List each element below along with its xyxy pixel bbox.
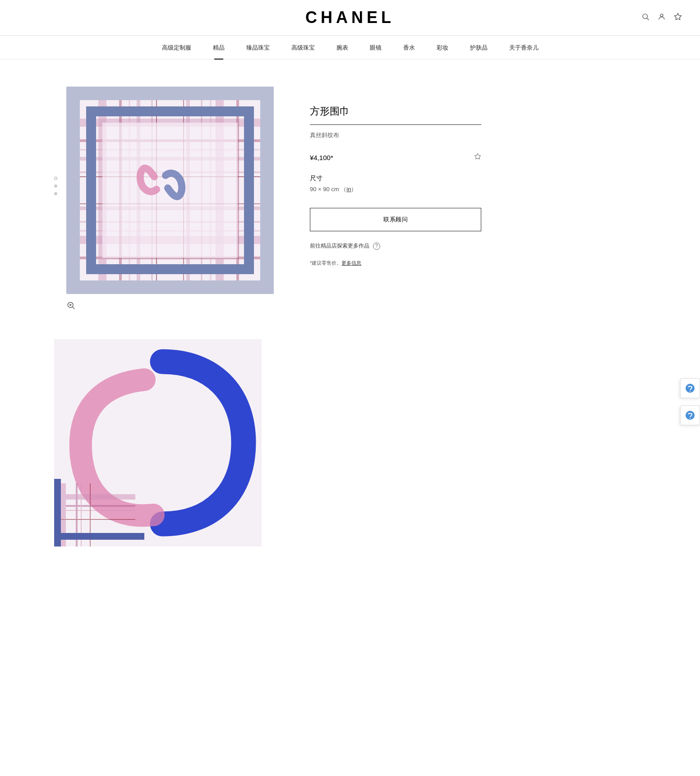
right-column: 方形围巾 真丝斜纹布 ¥4,100* 尺寸 90 × 90 cm （in） 联系… xyxy=(310,87,481,294)
size-value: 90 × 90 cm （in） xyxy=(310,185,481,193)
dot-2[interactable] xyxy=(54,184,57,188)
nav-item-fine-jewelry[interactable]: 臻品珠宝 xyxy=(246,44,270,59)
svg-line-35 xyxy=(73,307,75,309)
svg-rect-46 xyxy=(54,533,144,540)
boutique-row: 前往精品店探索更多作品 ? xyxy=(310,242,481,250)
disclaimer: *建议零售价。更多信息 xyxy=(310,260,481,266)
svg-point-49 xyxy=(690,391,691,392)
image-dot-nav xyxy=(54,177,57,195)
nav-item-watches[interactable]: 腕表 xyxy=(336,44,348,59)
header-icons xyxy=(641,13,682,23)
svg-point-2 xyxy=(660,14,663,17)
size-unit-link[interactable]: in xyxy=(346,186,351,193)
svg-point-0 xyxy=(643,14,648,19)
svg-rect-47 xyxy=(54,479,61,546)
nav-item-eyewear[interactable]: 眼镜 xyxy=(370,44,382,59)
account-icon[interactable] xyxy=(658,13,666,23)
product-image-area xyxy=(66,87,274,294)
size-label: 尺寸 xyxy=(310,174,481,183)
search-icon[interactable] xyxy=(641,13,649,23)
nav-item-makeup[interactable]: 彩妆 xyxy=(437,44,448,59)
second-product-image xyxy=(54,339,262,546)
product-price: ¥4,100* xyxy=(310,154,333,161)
brand-logo: CHANEL xyxy=(305,8,395,27)
dot-3[interactable] xyxy=(54,192,57,195)
help-icon[interactable]: ? xyxy=(373,243,380,250)
svg-marker-3 xyxy=(675,13,682,19)
nav-item-fragrance[interactable]: 香水 xyxy=(403,44,415,59)
zoom-icon[interactable] xyxy=(66,301,75,312)
nav-item-fashion[interactable]: 精品 xyxy=(213,44,225,59)
nav-item-about[interactable]: 关于香奈儿 xyxy=(509,44,539,59)
price-row: ¥4,100* xyxy=(310,153,481,162)
more-info-link[interactable]: 更多信息 xyxy=(341,260,361,266)
product-title: 方形围巾 xyxy=(310,105,481,125)
nav-item-skincare[interactable]: 护肤品 xyxy=(470,44,488,59)
main-content: 方形围巾 真丝斜纹布 ¥4,100* 尺寸 90 × 90 cm （in） 联系… xyxy=(0,60,700,321)
nav-item-couture[interactable]: 高级定制服 xyxy=(162,44,191,59)
nav-item-high-jewelry[interactable]: 高级珠宝 xyxy=(291,44,315,59)
header: CHANEL xyxy=(0,0,700,36)
svg-point-51 xyxy=(690,418,691,419)
dot-1[interactable] xyxy=(54,177,57,180)
main-nav: 高级定制服 精品 臻品珠宝 高级珠宝 腕表 眼镜 香水 彩妆 护肤品 关于香奈儿 xyxy=(0,36,700,60)
wishlist-icon[interactable] xyxy=(674,13,682,23)
float-chat-button-1[interactable] xyxy=(680,378,700,398)
svg-line-1 xyxy=(647,18,649,20)
float-chat-button-2[interactable] xyxy=(680,405,700,425)
left-column xyxy=(54,87,274,294)
product-image xyxy=(66,87,274,294)
contact-button[interactable]: 联系顾问 xyxy=(310,208,481,231)
product-subtitle: 真丝斜纹布 xyxy=(310,131,481,139)
second-image-section xyxy=(0,321,700,574)
add-to-wishlist-icon[interactable] xyxy=(474,153,481,162)
boutique-text: 前往精品店探索更多作品 xyxy=(310,242,369,250)
svg-marker-36 xyxy=(474,153,480,159)
